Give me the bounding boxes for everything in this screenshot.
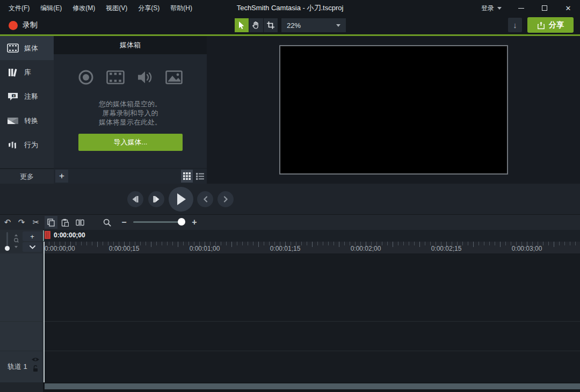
plus-icon: + <box>192 217 197 227</box>
grid-view-icon <box>183 172 191 180</box>
menu-modify[interactable]: 修改(M) <box>68 2 99 15</box>
track-1-header[interactable]: 轨道 1 <box>0 351 43 382</box>
sidebar-item-library[interactable]: 库 <box>0 60 54 84</box>
sidebar-item-annotations[interactable]: a 注释 <box>0 84 54 108</box>
import-media-button[interactable]: 导入媒体... <box>78 134 183 151</box>
import-media-label: 导入媒体... <box>114 137 148 147</box>
maximize-button[interactable] <box>533 0 556 16</box>
download-icon: ↓ <box>513 20 517 30</box>
hand-tool-button[interactable] <box>249 18 263 32</box>
callout-icon: a <box>7 92 19 101</box>
plus-icon: + <box>59 171 64 182</box>
app-toolbar: 录制 22% ↓ 分享 <box>0 16 580 34</box>
timeline-zoom-slider[interactable] <box>133 221 184 223</box>
timeline-zoom-thumb[interactable] <box>178 218 185 226</box>
prev-frame-button[interactable] <box>127 191 143 207</box>
sidebar-item-transitions[interactable]: 转换 <box>0 108 54 133</box>
menu-help[interactable]: 帮助(H) <box>166 2 197 15</box>
media-bin-footer: + <box>54 168 207 184</box>
ruler-labels: 0:00:00;000:00:00;150:00:01;000:00:01;15… <box>44 245 580 253</box>
menu-file[interactable]: 文件(F) <box>4 2 34 15</box>
timeline-bottom-strip <box>0 382 580 392</box>
horizontal-scrollbar[interactable] <box>45 383 580 389</box>
lock-open-icon[interactable] <box>32 365 39 372</box>
step-forward-button[interactable] <box>148 191 164 207</box>
cursor-tool-button[interactable] <box>235 18 249 32</box>
canvas-area <box>207 36 580 184</box>
timeline-toolbar: ↶ ↷ ✂ − + <box>0 215 580 230</box>
undo-button[interactable]: ↶ <box>1 216 14 229</box>
share-icon <box>537 21 545 30</box>
menu-edit[interactable]: 编辑(E) <box>36 2 66 15</box>
close-icon: ✕ <box>566 4 571 12</box>
sidebar-item-behaviors[interactable]: 行为 <box>0 133 54 157</box>
media-bin-title: 媒体箱 <box>120 40 141 50</box>
sidebar-item-label: 媒体 <box>24 43 38 53</box>
ruler-label: 0:00:01;15 <box>270 245 301 252</box>
eye-icon[interactable] <box>31 357 40 362</box>
add-track-button[interactable]: + <box>23 231 42 241</box>
track-separator <box>0 321 580 322</box>
playhead-stem[interactable] <box>44 242 45 389</box>
ruler-label: 0:00:03;00 <box>512 245 542 252</box>
timeline-zoom-button[interactable] <box>100 216 113 229</box>
zoom-in-button[interactable]: + <box>189 216 200 229</box>
ruler-label: 0:00:02;15 <box>431 245 462 252</box>
chevron-down-icon <box>30 245 35 249</box>
step-forward-icon <box>153 196 160 202</box>
behaviors-icon <box>7 140 19 150</box>
books-icon <box>7 68 19 77</box>
jump-back-button[interactable] <box>197 191 213 207</box>
menu-share[interactable]: 分享(S) <box>134 2 164 15</box>
speaker-icon <box>137 70 153 85</box>
grid-view-button[interactable] <box>181 170 193 183</box>
zoom-out-button[interactable]: − <box>119 216 129 229</box>
jump-forward-button[interactable] <box>218 191 234 207</box>
record-icon <box>9 21 18 30</box>
split-button[interactable] <box>74 216 86 229</box>
ruler-label: 0:00:00;15 <box>109 245 140 252</box>
collapse-tracks-button[interactable] <box>23 242 42 252</box>
play-button[interactable] <box>169 187 193 212</box>
redo-icon: ↷ <box>18 217 25 227</box>
add-media-button[interactable]: + <box>55 170 68 183</box>
split-icon <box>76 219 84 226</box>
titlebar: 文件(F) 编辑(E) 修改(M) 视图(V) 分享(S) 帮助(H) Tech… <box>0 0 580 16</box>
copy-button[interactable] <box>45 216 57 229</box>
timeline-bottom-left <box>0 382 43 392</box>
cut-button[interactable]: ✂ <box>30 216 42 229</box>
share-button[interactable]: 分享 <box>527 17 574 33</box>
ruler-top-strip <box>0 230 580 242</box>
minimize-icon <box>518 8 524 9</box>
track-zoom-icon <box>13 233 19 249</box>
canvas-zoom-select[interactable]: 22% <box>281 18 346 32</box>
prev-frame-icon <box>132 196 139 202</box>
list-view-button[interactable] <box>194 170 206 183</box>
chevron-down-icon <box>497 7 502 10</box>
empty-state-icons <box>54 69 207 85</box>
close-button[interactable]: ✕ <box>556 0 580 16</box>
sidebar-more-button[interactable]: 更多 <box>0 168 54 184</box>
crop-tool-button[interactable] <box>264 18 278 32</box>
playhead-handle[interactable] <box>45 231 50 239</box>
menu-view[interactable]: 视图(V) <box>102 2 132 15</box>
paste-button[interactable] <box>59 216 71 229</box>
track-separator <box>0 351 580 351</box>
redo-button[interactable]: ↷ <box>15 216 28 229</box>
ruler-label: 0:00:00;00 <box>45 245 75 252</box>
login-button[interactable]: 登录 <box>474 4 509 13</box>
download-button[interactable]: ↓ <box>508 18 522 32</box>
record-button[interactable]: 录制 <box>5 18 41 33</box>
preview-canvas[interactable] <box>279 45 508 175</box>
window-title: TechSmith Camtasia - 小刀.tscproj <box>237 3 344 13</box>
track-height-thumb[interactable] <box>5 246 10 251</box>
playhead-time: 0:00:00;00 <box>54 231 85 239</box>
undo-icon: ↶ <box>4 217 11 227</box>
timeline-tracks[interactable]: 轨道 1 <box>0 253 580 382</box>
timeline-ruler[interactable]: 0:00:00;00 0:00:00;000:00:00;150:00:01;0… <box>0 230 580 253</box>
minimize-button[interactable] <box>509 0 533 16</box>
share-label: 分享 <box>549 20 564 30</box>
camtasia-window: 文件(F) 编辑(E) 修改(M) 视图(V) 分享(S) 帮助(H) Tech… <box>0 0 580 392</box>
sidebar-item-media[interactable]: 媒体 <box>0 36 54 60</box>
maximize-icon <box>542 5 547 11</box>
